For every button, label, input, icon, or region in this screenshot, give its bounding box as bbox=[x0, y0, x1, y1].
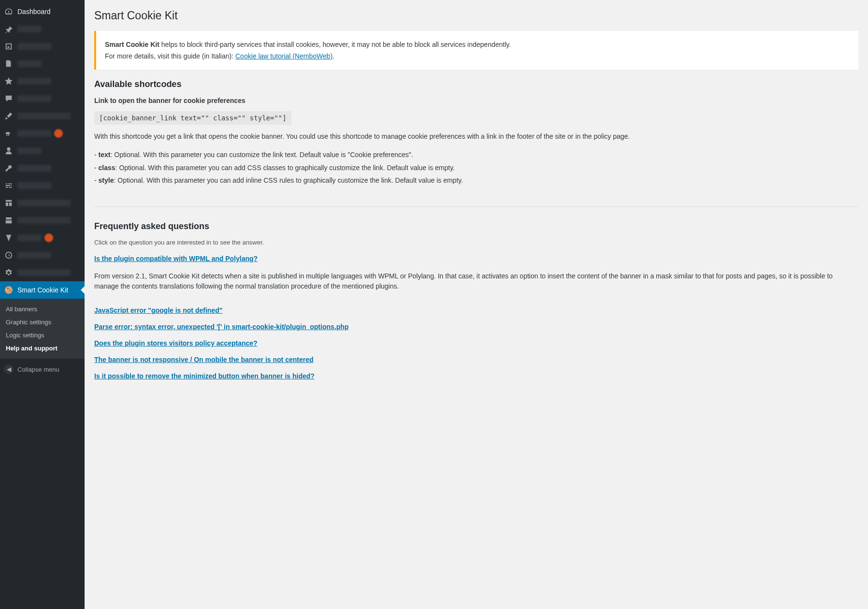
param-dash: - bbox=[94, 164, 99, 172]
collapse-label: Collapse menu bbox=[17, 366, 59, 373]
users-icon bbox=[4, 146, 14, 156]
sidebar-item-redacted[interactable] bbox=[0, 212, 85, 229]
sidebar-item-redacted[interactable] bbox=[0, 20, 85, 38]
shortcode-code: [cookie_banner_link text="" class="" sty… bbox=[94, 111, 291, 125]
notice-text: helps to block third-party services that… bbox=[159, 41, 511, 48]
submenu-item-graphic-settings[interactable]: Graphic settings bbox=[0, 316, 85, 329]
dashboard-icon bbox=[4, 7, 14, 16]
param-rest: : Optional. With this parameter you can … bbox=[110, 151, 413, 159]
shortcodes-heading: Available shortcodes bbox=[94, 79, 858, 89]
notice-trail: . bbox=[333, 52, 334, 60]
sidebar-item-redacted[interactable] bbox=[0, 38, 85, 55]
notice-bold-lead: Smart Cookie Kit bbox=[105, 41, 159, 48]
sidebar-item-redacted[interactable] bbox=[0, 125, 85, 142]
redacted-label bbox=[17, 130, 51, 137]
faq-question-1[interactable]: Is the plugin compatible with WPML and P… bbox=[94, 255, 858, 262]
param-name: class bbox=[99, 164, 116, 172]
submenu-item-all-banners[interactable]: All banners bbox=[0, 303, 85, 316]
faq-question-3[interactable]: Parse error: syntax error, unexpected '[… bbox=[94, 323, 858, 331]
redacted-label bbox=[17, 252, 51, 259]
layout-icon bbox=[4, 198, 14, 208]
brush-icon bbox=[4, 111, 14, 121]
shortcodes-subheading: Link to open the banner for cookie prefe… bbox=[94, 97, 858, 104]
admin-sidebar: Dashboard bbox=[0, 0, 85, 609]
faq-hint: Click on the question you are interested… bbox=[94, 239, 858, 246]
redacted-label bbox=[17, 43, 51, 50]
faq-question-2[interactable]: JavaScript error "google is not defined" bbox=[94, 306, 858, 314]
sidebar-item-redacted[interactable] bbox=[0, 177, 85, 194]
sidebar-item-redacted[interactable] bbox=[0, 246, 85, 264]
redacted-label bbox=[17, 78, 51, 85]
main-content: Smart Cookie Kit Smart Cookie Kit helps … bbox=[85, 0, 868, 609]
star-icon bbox=[4, 76, 14, 86]
pin-icon bbox=[4, 24, 14, 34]
param-name: style bbox=[99, 176, 114, 184]
gear-icon bbox=[4, 268, 14, 277]
faq-question-6[interactable]: Is it possible to remove the minimized b… bbox=[94, 372, 858, 380]
faq-heading: Frequently asked questions bbox=[94, 221, 858, 232]
store-icon bbox=[4, 216, 14, 225]
param-rest: : Optional. With this parameter you can … bbox=[114, 176, 463, 184]
faq-answer-1: From version 2.1, Smart Cookie Kit detec… bbox=[94, 271, 858, 292]
page-title: Smart Cookie Kit bbox=[94, 5, 858, 31]
notice-lead: For more details, visit this guide (in I… bbox=[105, 52, 235, 60]
redacted-label bbox=[17, 95, 51, 102]
yoast-icon bbox=[4, 233, 14, 243]
sidebar-submenu: All banners Graphic settings Logic setti… bbox=[0, 299, 85, 359]
submenu-item-help-support[interactable]: Help and support bbox=[0, 342, 85, 355]
sidebar-item-redacted[interactable] bbox=[0, 194, 85, 212]
sidebar-item-redacted[interactable] bbox=[0, 264, 85, 281]
param-dash: - bbox=[94, 151, 99, 159]
sidebar-item-redacted[interactable] bbox=[0, 107, 85, 125]
redacted-label bbox=[17, 182, 51, 189]
section-separator bbox=[94, 206, 858, 207]
sidebar-item-redacted[interactable] bbox=[0, 229, 85, 246]
notice-box: Smart Cookie Kit helps to block third-pa… bbox=[94, 31, 858, 70]
plugins-icon bbox=[4, 129, 14, 138]
update-badge bbox=[44, 233, 53, 242]
sidebar-item-dashboard[interactable]: Dashboard bbox=[0, 3, 85, 20]
notice-paragraph-2: For more details, visit this guide (in I… bbox=[105, 52, 850, 60]
sidebar-item-smart-cookie-kit[interactable]: Smart Cookie Kit bbox=[0, 281, 85, 299]
collapse-icon: ◀ bbox=[4, 364, 14, 374]
collapse-menu-button[interactable]: ◀ Collapse menu bbox=[0, 361, 85, 378]
comments-icon bbox=[4, 94, 14, 103]
submenu-item-logic-settings[interactable]: Logic settings bbox=[0, 329, 85, 342]
redacted-label bbox=[17, 113, 71, 119]
param-name: text bbox=[99, 151, 111, 159]
sidebar-item-label: Dashboard bbox=[17, 8, 51, 15]
faq-question-5[interactable]: The banner is not responsive / On mobile… bbox=[94, 356, 858, 363]
sliders-icon bbox=[4, 181, 14, 190]
sidebar-item-redacted[interactable] bbox=[0, 160, 85, 177]
param-rest: : Optional. With this parameter you can … bbox=[116, 164, 455, 172]
notice-link[interactable]: Cookie law tutorial (NemboWeb) bbox=[235, 52, 333, 60]
redacted-label bbox=[17, 26, 42, 32]
tools-icon bbox=[4, 163, 14, 173]
redacted-label bbox=[17, 269, 71, 276]
redacted-label bbox=[17, 234, 42, 241]
faq-question-4[interactable]: Does the plugin stores visitors policy a… bbox=[94, 339, 858, 347]
sidebar-item-redacted[interactable] bbox=[0, 142, 85, 160]
media-icon bbox=[4, 42, 14, 51]
update-badge bbox=[54, 129, 63, 138]
cookie-icon bbox=[4, 285, 14, 295]
sidebar-item-redacted[interactable] bbox=[0, 55, 85, 72]
notice-paragraph-1: Smart Cookie Kit helps to block third-pa… bbox=[105, 41, 850, 48]
pages-icon bbox=[4, 59, 14, 69]
shortcode-description: With this shortcode you get a link that … bbox=[94, 131, 858, 142]
param-line-text: - text: Optional. With this parameter yo… bbox=[94, 148, 858, 161]
redacted-label bbox=[17, 217, 71, 224]
param-dash: - bbox=[94, 176, 99, 184]
redacted-label bbox=[17, 165, 51, 172]
redacted-label bbox=[17, 147, 42, 154]
param-line-class: - class: Optional. With this parameter y… bbox=[94, 161, 858, 174]
sidebar-item-redacted[interactable] bbox=[0, 90, 85, 107]
redacted-label bbox=[17, 200, 71, 206]
sidebar-item-label: Smart Cookie Kit bbox=[17, 286, 68, 294]
sidebar-item-redacted[interactable] bbox=[0, 72, 85, 90]
redacted-label bbox=[17, 60, 42, 67]
generic-icon bbox=[4, 250, 14, 260]
param-line-style: - style: Optional. With this parameter y… bbox=[94, 174, 858, 187]
